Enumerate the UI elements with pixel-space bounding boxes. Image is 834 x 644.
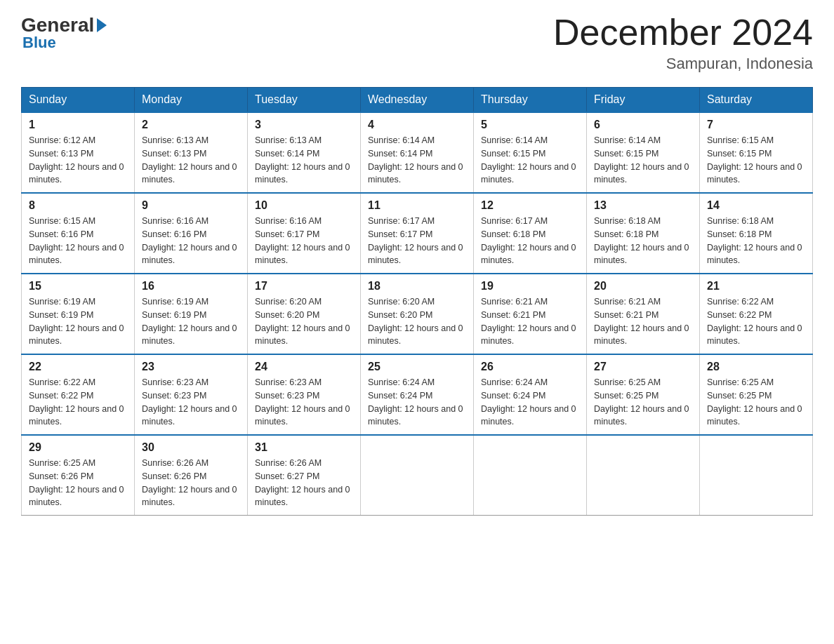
day-info: Sunrise: 6:26 AM Sunset: 6:27 PM Dayligh… — [255, 457, 353, 509]
day-number: 13 — [594, 199, 692, 212]
day-number: 20 — [594, 280, 692, 293]
calendar-cell: 5 Sunrise: 6:14 AM Sunset: 6:15 PM Dayli… — [474, 112, 587, 193]
calendar-cell — [587, 435, 700, 516]
day-info: Sunrise: 6:18 AM Sunset: 6:18 PM Dayligh… — [594, 215, 692, 267]
day-info: Sunrise: 6:23 AM Sunset: 6:23 PM Dayligh… — [142, 376, 240, 429]
day-number: 23 — [142, 361, 240, 373]
calendar-week-row: 1 Sunrise: 6:12 AM Sunset: 6:13 PM Dayli… — [22, 112, 813, 193]
calendar-cell: 21 Sunrise: 6:22 AM Sunset: 6:22 PM Dayl… — [700, 274, 813, 354]
day-number: 28 — [707, 361, 805, 373]
day-info: Sunrise: 6:23 AM Sunset: 6:23 PM Dayligh… — [255, 376, 353, 429]
day-info: Sunrise: 6:16 AM Sunset: 6:17 PM Dayligh… — [255, 215, 353, 267]
weekday-header-wednesday: Wednesday — [361, 88, 474, 113]
day-info: Sunrise: 6:15 AM Sunset: 6:15 PM Dayligh… — [707, 134, 805, 187]
weekday-header-saturday: Saturday — [700, 88, 813, 113]
calendar-cell: 6 Sunrise: 6:14 AM Sunset: 6:15 PM Dayli… — [587, 112, 700, 193]
day-number: 25 — [368, 361, 466, 373]
logo-blue-text: Blue — [22, 34, 56, 52]
day-info: Sunrise: 6:14 AM Sunset: 6:14 PM Dayligh… — [368, 134, 466, 187]
day-info: Sunrise: 6:17 AM Sunset: 6:18 PM Dayligh… — [481, 215, 579, 267]
calendar-cell: 10 Sunrise: 6:16 AM Sunset: 6:17 PM Dayl… — [248, 193, 361, 274]
calendar-cell — [361, 435, 474, 516]
day-info: Sunrise: 6:21 AM Sunset: 6:21 PM Dayligh… — [481, 295, 579, 348]
day-info: Sunrise: 6:13 AM Sunset: 6:14 PM Dayligh… — [255, 134, 353, 187]
day-info: Sunrise: 6:25 AM Sunset: 6:26 PM Dayligh… — [29, 457, 127, 509]
day-info: Sunrise: 6:13 AM Sunset: 6:13 PM Dayligh… — [142, 134, 240, 187]
day-info: Sunrise: 6:12 AM Sunset: 6:13 PM Dayligh… — [29, 134, 127, 187]
calendar-table: SundayMondayTuesdayWednesdayThursdayFrid… — [21, 87, 813, 516]
day-info: Sunrise: 6:15 AM Sunset: 6:16 PM Dayligh… — [29, 215, 127, 267]
logo: General Blue — [21, 14, 107, 52]
calendar-cell: 28 Sunrise: 6:25 AM Sunset: 6:25 PM Dayl… — [700, 354, 813, 435]
calendar-cell: 2 Sunrise: 6:13 AM Sunset: 6:13 PM Dayli… — [135, 112, 248, 193]
calendar-cell: 27 Sunrise: 6:25 AM Sunset: 6:25 PM Dayl… — [587, 354, 700, 435]
day-number: 9 — [142, 199, 240, 212]
day-info: Sunrise: 6:17 AM Sunset: 6:17 PM Dayligh… — [368, 215, 466, 267]
calendar-cell: 24 Sunrise: 6:23 AM Sunset: 6:23 PM Dayl… — [248, 354, 361, 435]
day-number: 6 — [594, 119, 692, 131]
weekday-header-friday: Friday — [587, 88, 700, 113]
day-number: 17 — [255, 280, 353, 293]
day-info: Sunrise: 6:24 AM Sunset: 6:24 PM Dayligh… — [481, 376, 579, 429]
day-number: 14 — [707, 199, 805, 212]
day-info: Sunrise: 6:25 AM Sunset: 6:25 PM Dayligh… — [707, 376, 805, 429]
day-number: 5 — [481, 119, 579, 131]
day-number: 2 — [142, 119, 240, 131]
calendar-cell: 11 Sunrise: 6:17 AM Sunset: 6:17 PM Dayl… — [361, 193, 474, 274]
calendar-cell: 26 Sunrise: 6:24 AM Sunset: 6:24 PM Dayl… — [474, 354, 587, 435]
calendar-cell: 29 Sunrise: 6:25 AM Sunset: 6:26 PM Dayl… — [22, 435, 135, 516]
calendar-cell — [700, 435, 813, 516]
day-info: Sunrise: 6:14 AM Sunset: 6:15 PM Dayligh… — [594, 134, 692, 187]
day-info: Sunrise: 6:20 AM Sunset: 6:20 PM Dayligh… — [368, 295, 466, 348]
weekday-header-monday: Monday — [135, 88, 248, 113]
day-number: 11 — [368, 199, 466, 212]
weekday-header-sunday: Sunday — [22, 88, 135, 113]
day-number: 27 — [594, 361, 692, 373]
calendar-cell: 25 Sunrise: 6:24 AM Sunset: 6:24 PM Dayl… — [361, 354, 474, 435]
day-number: 22 — [29, 361, 127, 373]
weekday-header-tuesday: Tuesday — [248, 88, 361, 113]
day-number: 10 — [255, 199, 353, 212]
day-number: 26 — [481, 361, 579, 373]
day-number: 31 — [255, 441, 353, 454]
calendar-cell — [474, 435, 587, 516]
day-number: 15 — [29, 280, 127, 293]
day-info: Sunrise: 6:26 AM Sunset: 6:26 PM Dayligh… — [142, 457, 240, 509]
calendar-week-row: 22 Sunrise: 6:22 AM Sunset: 6:22 PM Dayl… — [22, 354, 813, 435]
day-number: 30 — [142, 441, 240, 454]
calendar-cell: 3 Sunrise: 6:13 AM Sunset: 6:14 PM Dayli… — [248, 112, 361, 193]
title-section: December 2024 Sampuran, Indonesia — [553, 14, 813, 73]
day-info: Sunrise: 6:14 AM Sunset: 6:15 PM Dayligh… — [481, 134, 579, 187]
day-number: 12 — [481, 199, 579, 212]
day-info: Sunrise: 6:16 AM Sunset: 6:16 PM Dayligh… — [142, 215, 240, 267]
day-number: 19 — [481, 280, 579, 293]
day-number: 1 — [29, 119, 127, 131]
calendar-cell: 4 Sunrise: 6:14 AM Sunset: 6:14 PM Dayli… — [361, 112, 474, 193]
calendar-cell: 22 Sunrise: 6:22 AM Sunset: 6:22 PM Dayl… — [22, 354, 135, 435]
day-info: Sunrise: 6:18 AM Sunset: 6:18 PM Dayligh… — [707, 215, 805, 267]
month-title: December 2024 — [553, 14, 813, 51]
weekday-header-thursday: Thursday — [474, 88, 587, 113]
weekday-header-row: SundayMondayTuesdayWednesdayThursdayFrid… — [22, 88, 813, 113]
calendar-cell: 14 Sunrise: 6:18 AM Sunset: 6:18 PM Dayl… — [700, 193, 813, 274]
day-number: 7 — [707, 119, 805, 131]
day-number: 24 — [255, 361, 353, 373]
day-number: 4 — [368, 119, 466, 131]
calendar-week-row: 15 Sunrise: 6:19 AM Sunset: 6:19 PM Dayl… — [22, 274, 813, 354]
calendar-week-row: 29 Sunrise: 6:25 AM Sunset: 6:26 PM Dayl… — [22, 435, 813, 516]
calendar-cell: 30 Sunrise: 6:26 AM Sunset: 6:26 PM Dayl… — [135, 435, 248, 516]
day-number: 16 — [142, 280, 240, 293]
day-info: Sunrise: 6:20 AM Sunset: 6:20 PM Dayligh… — [255, 295, 353, 348]
logo-arrow-icon — [97, 18, 107, 32]
day-number: 3 — [255, 119, 353, 131]
calendar-cell: 9 Sunrise: 6:16 AM Sunset: 6:16 PM Dayli… — [135, 193, 248, 274]
location: Sampuran, Indonesia — [553, 55, 813, 73]
calendar-cell: 12 Sunrise: 6:17 AM Sunset: 6:18 PM Dayl… — [474, 193, 587, 274]
day-info: Sunrise: 6:22 AM Sunset: 6:22 PM Dayligh… — [29, 376, 127, 429]
day-info: Sunrise: 6:25 AM Sunset: 6:25 PM Dayligh… — [594, 376, 692, 429]
day-number: 18 — [368, 280, 466, 293]
calendar-cell: 15 Sunrise: 6:19 AM Sunset: 6:19 PM Dayl… — [22, 274, 135, 354]
page-header: General Blue December 2024 Sampuran, Ind… — [21, 14, 813, 73]
calendar-cell: 23 Sunrise: 6:23 AM Sunset: 6:23 PM Dayl… — [135, 354, 248, 435]
day-number: 21 — [707, 280, 805, 293]
